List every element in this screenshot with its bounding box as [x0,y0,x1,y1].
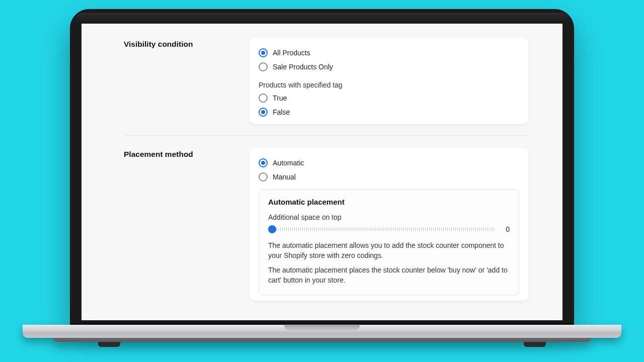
radio-label: Automatic [273,159,304,167]
radio-icon [259,158,268,167]
auto-description-2: The automatic placement places the stock… [268,265,510,286]
foot-left-icon [98,342,120,347]
slider-track-icon [272,228,495,231]
screen-bezel: Visibility condition All Products Sale P… [70,9,574,321]
foot-right-icon [524,342,546,347]
slider-label: Additional space on top [268,213,510,221]
visibility-radio-sale-products-only[interactable]: Sale Products Only [259,60,519,74]
tag-radio-true[interactable]: True [259,91,519,105]
radio-label: Manual [273,173,296,181]
auto-description-1: The automatic placement allows you to ad… [268,240,510,261]
tag-subheading: Products with specified tag [259,81,519,89]
slider-thumb-icon [268,225,276,233]
settings-content: Visibility condition All Products Sale P… [82,24,562,315]
placement-card: Automatic Manual Automatic placement Add… [250,148,528,301]
base-top [23,325,621,338]
feet [23,342,621,349]
radio-icon [259,172,268,182]
visibility-title: Visibility condition [124,38,250,49]
base-edge [53,338,591,342]
slider-value: 0 [503,225,510,233]
screen: Visibility condition All Products Sale P… [82,24,562,320]
placement-radio-manual[interactable]: Manual [259,170,519,184]
visibility-section: Visibility condition All Products Sale P… [124,38,528,124]
placement-section: Placement method Automatic Manual Automa… [124,135,528,301]
tag-radio-false[interactable]: False [259,105,519,119]
placement-radio-automatic[interactable]: Automatic [259,156,519,170]
automatic-placement-subcard: Automatic placement Additional space on … [259,189,519,296]
laptop-mockup: Visibility condition All Products Sale P… [70,9,574,349]
radio-label: False [273,108,290,116]
radio-label: Sale Products Only [273,63,333,71]
radio-icon [259,108,268,117]
hinge [70,321,574,325]
placement-title: Placement method [124,148,250,159]
auto-heading: Automatic placement [268,198,510,206]
laptop-base [23,325,621,349]
radio-icon [259,94,268,103]
visibility-card: All Products Sale Products Only Products… [250,38,528,124]
radio-icon [259,62,268,71]
radio-icon [259,48,268,57]
trackpad-notch-icon [284,325,360,330]
space-slider[interactable] [268,225,495,233]
visibility-radio-all-products[interactable]: All Products [259,46,519,60]
space-slider-row: 0 [268,225,510,233]
radio-label: All Products [273,49,310,57]
radio-label: True [273,94,287,102]
